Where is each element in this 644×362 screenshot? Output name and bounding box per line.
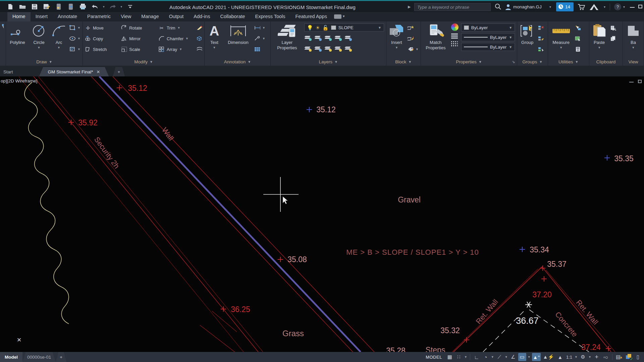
workspace-gear-icon[interactable]: ⚙: [579, 353, 587, 361]
viewport-label[interactable]: op][2D Wireframe]: [1, 78, 38, 83]
leader-caret-icon[interactable]: ▼: [262, 37, 265, 40]
tab-express-tools[interactable]: Express Tools: [250, 12, 290, 21]
object-color-dropdown[interactable]: ByLayer ▼: [461, 23, 515, 32]
layer-on-tool[interactable]: [304, 46, 311, 51]
file-tab-document[interactable]: GM Stowmarket Final* ✕: [39, 67, 109, 76]
search-expand-icon[interactable]: ▶: [408, 5, 411, 9]
array-tool[interactable]: Array▼: [159, 45, 196, 54]
copy-clip-tool[interactable]: [610, 34, 616, 43]
ungroup-tool[interactable]: [538, 23, 544, 32]
model-tab[interactable]: Model: [0, 352, 22, 362]
user-avatar-icon[interactable]: [505, 4, 512, 12]
customize-qat-icon[interactable]: [126, 3, 135, 10]
properties-panel-label[interactable]: Properties▼⇘: [421, 58, 517, 66]
search-icon[interactable]: [495, 3, 501, 11]
layer-isolate-tool[interactable]: [314, 46, 321, 51]
properties-dialog-launcher-icon[interactable]: ⇘: [512, 60, 515, 64]
polar-tracking-toggle[interactable]: ◔: [482, 353, 490, 361]
osnap-caret-icon[interactable]: ▼: [527, 355, 531, 359]
layer-properties-button[interactable]: Layer Properties: [273, 23, 302, 51]
isolate-objects-icon[interactable]: ▫○: [602, 353, 610, 361]
move-tool[interactable]: ✛Move: [85, 23, 121, 32]
paste-caret-icon[interactable]: ▼: [598, 46, 601, 49]
leader-tool[interactable]: ▼: [254, 34, 265, 43]
polyline-button[interactable]: Polyline: [8, 23, 27, 45]
autodesk-logo-icon[interactable]: [589, 3, 599, 12]
ellipse-tool[interactable]: ▼: [69, 34, 80, 43]
paste-button[interactable]: Paste ▼: [591, 23, 607, 49]
mobile-icon[interactable]: [66, 3, 75, 10]
array-caret-icon[interactable]: ▼: [179, 48, 182, 51]
insert-button[interactable]: Insert ▼: [388, 23, 405, 49]
color-caret-icon[interactable]: ▼: [509, 26, 512, 29]
user-menu-caret-icon[interactable]: ▾: [549, 5, 551, 9]
arc-button[interactable]: Arc ▼: [51, 23, 67, 49]
trim-tool[interactable]: ✂Trim▼: [159, 23, 196, 32]
annotation-scale-icon[interactable]: ▲: [556, 353, 564, 361]
maximize-button[interactable]: [638, 5, 642, 8]
layer-match-tool[interactable]: [314, 36, 321, 40]
draw-panel-label[interactable]: Draw▼: [6, 58, 83, 66]
tab-output[interactable]: Output: [164, 12, 189, 21]
tab-manage[interactable]: Manage: [136, 12, 164, 21]
print-icon[interactable]: [78, 3, 87, 10]
workspace-caret-icon[interactable]: ▼: [588, 355, 592, 359]
annotation-scale-value[interactable]: 1:1: [565, 353, 573, 361]
ellipse-caret-icon[interactable]: ▼: [77, 37, 80, 40]
measure-button[interactable]: Measure ▼: [550, 23, 572, 49]
crosshair-plus-icon[interactable]: +: [593, 353, 601, 361]
ortho-toggle[interactable]: ∟: [473, 353, 481, 361]
help-caret-icon[interactable]: ▾: [623, 5, 625, 9]
new-file-tab-button[interactable]: +: [113, 67, 125, 76]
layer-freeze-sun-icon[interactable]: ☀: [316, 25, 320, 30]
circle-button[interactable]: Circle ▼: [30, 23, 48, 49]
trial-countdown-badge[interactable]: 14: [556, 2, 574, 11]
table-tool[interactable]: [254, 45, 265, 54]
viewport-minimize-icon[interactable]: [629, 82, 634, 82]
group-edit-tool[interactable]: [538, 34, 544, 43]
lineweight-dropdown[interactable]: ByLayer ▼: [461, 33, 515, 41]
linetype-icon[interactable]: [451, 41, 458, 46]
tab-parametric[interactable]: Parametric: [82, 12, 116, 21]
autodesk-menu-caret-icon[interactable]: ▾: [604, 5, 605, 9]
viewport-restore-icon[interactable]: [638, 80, 642, 83]
insert-caret-icon[interactable]: ▼: [395, 46, 398, 49]
linetype-caret-icon[interactable]: ▼: [509, 45, 512, 49]
chamfer-tool[interactable]: Chamfer▼: [159, 34, 196, 43]
groups-panel-label[interactable]: Groups▼: [517, 58, 548, 66]
base-view-button[interactable]: Ba ▼: [625, 23, 642, 49]
layer-dropdown[interactable]: 💡 ☀ 🔓 SLOPE ▼: [304, 23, 384, 32]
isodraft-caret-icon[interactable]: ▼: [504, 355, 508, 359]
isodraft-toggle[interactable]: ⟋: [495, 353, 503, 361]
tab-collaborate[interactable]: Collaborate: [215, 12, 250, 21]
scale-caret-icon[interactable]: ▼: [574, 355, 578, 359]
group-selection-toggle[interactable]: [538, 45, 544, 54]
match-properties-button[interactable]: Match Properties: [423, 23, 448, 51]
linetype-dropdown[interactable]: ByLayer ▼: [461, 43, 515, 51]
rectangle-caret-icon[interactable]: ▼: [77, 26, 80, 29]
group-button[interactable]: Group: [519, 23, 535, 45]
explode-tool[interactable]: [196, 34, 202, 43]
annotation-visibility-toggle[interactable]: ▲°: [532, 353, 541, 361]
stretch-tool[interactable]: Stretch: [85, 45, 121, 54]
ribbon-display-toggle[interactable]: ▾: [334, 12, 345, 21]
clipboard-panel-label[interactable]: Clipboard: [589, 58, 623, 66]
object-snap-toggle[interactable]: ▭: [518, 353, 526, 361]
model-space-button[interactable]: MODEL: [423, 355, 445, 360]
create-block-tool[interactable]: [408, 23, 419, 32]
new-layout-button[interactable]: +: [56, 352, 66, 362]
undo-icon[interactable]: [91, 3, 99, 10]
trim-caret-icon[interactable]: ▼: [177, 26, 180, 29]
lineweight-caret-icon[interactable]: ▼: [509, 36, 512, 39]
new-file-icon[interactable]: [6, 3, 15, 10]
file-tab-start[interactable]: Start: [0, 67, 19, 76]
help-button[interactable]: ?: [614, 3, 621, 10]
redo-icon[interactable]: [108, 3, 117, 10]
layout-tab[interactable]: 00000se-01: [22, 352, 56, 362]
edit-block-tool[interactable]: [408, 34, 419, 43]
layer-unlock-icon[interactable]: 🔓: [322, 25, 329, 30]
transfer-icon[interactable]: [54, 3, 63, 10]
save-as-icon[interactable]: [42, 3, 51, 10]
tab-home[interactable]: Home: [7, 12, 31, 21]
layer-color-swatch[interactable]: [331, 25, 336, 30]
